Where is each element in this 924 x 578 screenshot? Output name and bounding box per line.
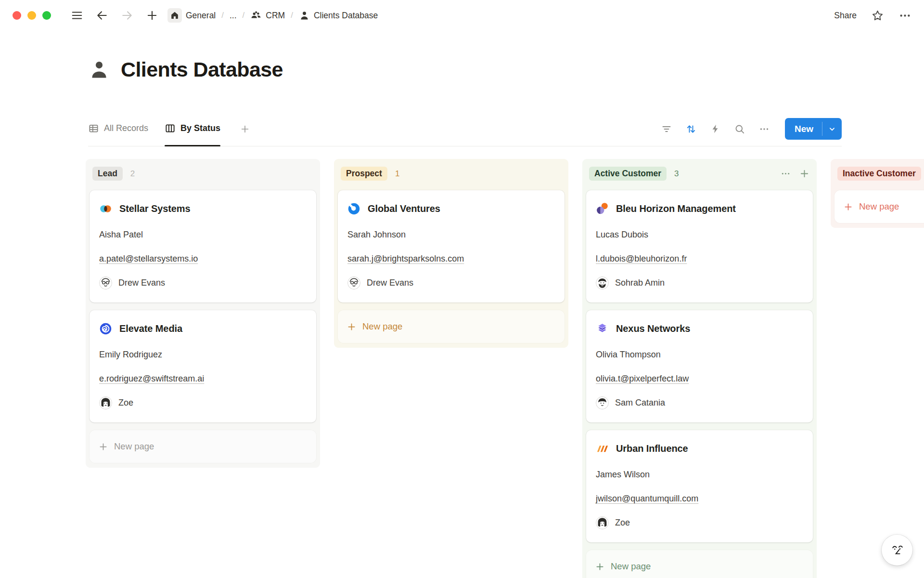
status-badge[interactable]: Lead: [92, 167, 123, 181]
breadcrumb: General / ... / CRM / Clients Database: [167, 8, 378, 23]
column-lead: Lead 2 Stellar Systems Aisha Patel a.pat…: [86, 159, 320, 468]
column-count: 1: [395, 169, 399, 179]
plus-icon: [843, 202, 853, 212]
card-nexus-networks[interactable]: Nexus Networks Olivia Thompson olivia.t@…: [586, 310, 813, 422]
page-title[interactable]: Clients Database: [121, 58, 283, 81]
plus-icon: [346, 322, 357, 332]
card-contact-name: Lucas Dubois: [596, 230, 803, 240]
breadcrumb-separator: /: [221, 11, 224, 20]
breadcrumb-clients-database[interactable]: Clients Database: [299, 10, 378, 21]
card-bleu-horizon-management[interactable]: Bleu Horizon Management Lucas Dubois l.d…: [586, 190, 813, 302]
plus-icon: [98, 442, 108, 452]
new-page-button[interactable]: New page: [834, 190, 924, 223]
card-owner-name: Drew Evans: [367, 278, 413, 288]
status-badge[interactable]: Prospect: [341, 167, 387, 181]
card-owner-name: Zoe: [615, 518, 630, 528]
avatar-drew-evans: [347, 276, 360, 289]
new-tab-plus-icon[interactable]: [145, 9, 159, 22]
add-view-icon[interactable]: [240, 112, 250, 146]
breadcrumb-separator: /: [291, 11, 293, 20]
stellar-systems-logo-icon: [99, 202, 112, 215]
card-owner-name: Zoe: [118, 398, 133, 408]
card-contact-name: Sarah Johnson: [347, 230, 555, 240]
column-inactive-customer: Inactive Customer New page: [831, 159, 924, 228]
avatar-sohrab-amin: [596, 276, 609, 289]
status-badge[interactable]: Active Customer: [589, 167, 667, 181]
notion-ai-face-button[interactable]: [882, 535, 912, 565]
ai-face-icon: [888, 541, 906, 559]
card-stellar-systems[interactable]: Stellar Systems Aisha Patel a.patel@stel…: [90, 190, 316, 302]
close-window-button[interactable]: [13, 11, 21, 20]
people-icon: [250, 10, 262, 21]
card-contact-name: Emily Rodriguez: [99, 350, 307, 360]
tab-all-records[interactable]: All Records: [88, 112, 148, 146]
card-title: Elevate Media: [119, 323, 182, 334]
person-icon: [299, 10, 310, 21]
sort-icon[interactable]: [685, 123, 697, 135]
card-email-link[interactable]: e.rodriguez@swiftstream.ai: [99, 374, 204, 384]
board-view-icon: [165, 123, 176, 134]
automations-lightning-icon[interactable]: [710, 123, 721, 134]
card-title: Nexus Networks: [616, 323, 690, 334]
column-more-icon[interactable]: [780, 168, 791, 179]
card-title: Bleu Horizon Management: [616, 203, 736, 214]
nexus-networks-logo-icon: [596, 322, 609, 335]
chevron-down-icon[interactable]: [822, 118, 842, 140]
table-view-icon: [88, 123, 99, 134]
new-page-button[interactable]: New page: [338, 310, 565, 343]
card-email-link[interactable]: a.patel@stellarsystems.io: [99, 254, 198, 264]
search-icon[interactable]: [734, 123, 745, 135]
plus-icon: [595, 562, 605, 572]
column-add-card-icon[interactable]: [799, 168, 810, 179]
tab-by-status[interactable]: By Status: [165, 112, 220, 146]
home-icon: [167, 8, 182, 23]
card-email-link[interactable]: jwilson@quantumquill.com: [596, 494, 698, 504]
card-email-link[interactable]: sarah.j@brightsparksolns.com: [347, 254, 464, 264]
sidebar-menu-icon[interactable]: [70, 9, 84, 22]
minimize-window-button[interactable]: [27, 11, 36, 20]
card-global-ventures[interactable]: Global Ventures Sarah Johnson sarah.j@br…: [338, 190, 565, 302]
back-arrow-icon[interactable]: [95, 9, 109, 22]
global-ventures-logo-icon: [347, 202, 360, 215]
breadcrumb-separator: /: [243, 11, 245, 20]
card-title: Stellar Systems: [119, 203, 190, 214]
card-email-link[interactable]: l.dubois@bleuhorizon.fr: [596, 254, 687, 264]
breadcrumb-collapsed[interactable]: ...: [230, 11, 237, 21]
card-contact-name: Aisha Patel: [99, 230, 307, 240]
breadcrumb-crm[interactable]: CRM: [250, 10, 285, 21]
view-options-icon[interactable]: [758, 123, 770, 135]
avatar-zoe: [596, 516, 609, 529]
window-titlebar: General / ... / CRM / Clients Database S…: [0, 0, 924, 31]
breadcrumb-general[interactable]: General: [167, 8, 216, 23]
card-contact-name: Olivia Thompson: [596, 350, 803, 360]
avatar-drew-evans: [99, 276, 112, 289]
column-count: 2: [130, 169, 135, 179]
forward-arrow-icon[interactable]: [120, 9, 134, 22]
card-title: Urban Influence: [616, 443, 688, 454]
new-page-button[interactable]: New page: [90, 430, 316, 463]
new-page-button[interactable]: New page: [586, 550, 813, 578]
zoom-window-button[interactable]: [42, 11, 51, 20]
column-prospect: Prospect 1 Global Ventures Sarah Johnson…: [334, 159, 568, 348]
card-owner-name: Sam Catania: [615, 398, 665, 408]
card-contact-name: James Wilson: [596, 470, 803, 480]
column-count: 3: [674, 169, 679, 179]
kanban-board: Lead 2 Stellar Systems Aisha Patel a.pat…: [86, 159, 924, 578]
favorite-star-icon[interactable]: [871, 9, 884, 22]
filter-icon[interactable]: [661, 123, 672, 135]
status-badge[interactable]: Inactive Customer: [837, 167, 921, 181]
card-urban-influence[interactable]: Urban Influence James Wilson jwilson@qua…: [586, 430, 813, 542]
card-owner-name: Drew Evans: [118, 278, 165, 288]
new-record-button[interactable]: New: [785, 118, 842, 140]
card-email-link[interactable]: olivia.t@pixelperfect.law: [596, 374, 689, 384]
page-icon-person[interactable]: [88, 59, 110, 81]
share-button[interactable]: Share: [834, 11, 857, 21]
more-options-icon[interactable]: [898, 9, 911, 22]
card-elevate-media[interactable]: Elevate Media Emily Rodriguez e.rodrigue…: [90, 310, 316, 422]
avatar-sam-catania: [596, 396, 609, 409]
card-title: Global Ventures: [368, 203, 440, 214]
elevate-media-logo-icon: [99, 322, 112, 335]
column-active-customer: Active Customer 3 Bleu Horizon Managemen…: [582, 159, 817, 578]
traffic-lights: [13, 11, 51, 20]
card-owner-name: Sohrab Amin: [615, 278, 665, 288]
